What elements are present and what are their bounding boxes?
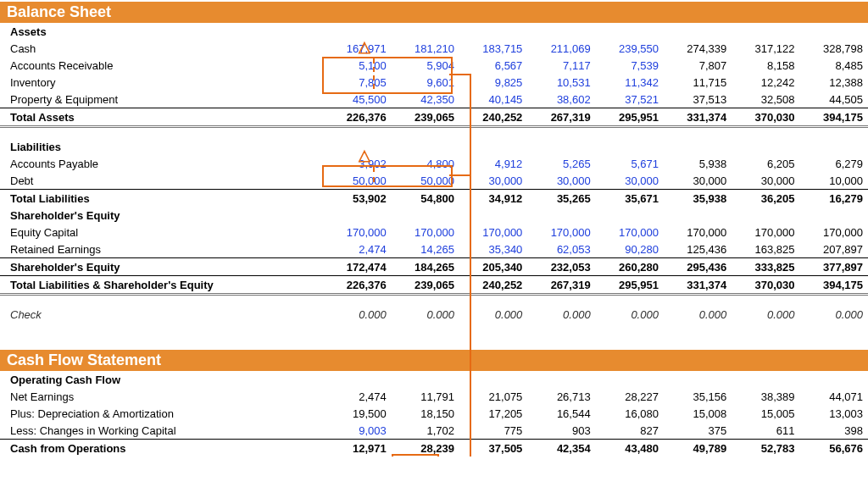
- cell: 28,239: [392, 440, 459, 457]
- cell: 163,825: [732, 241, 799, 258]
- cell: 11,715: [664, 74, 732, 91]
- cell: 370,030: [732, 108, 799, 127]
- cell: 9,601: [392, 74, 459, 91]
- cell: 6,205: [732, 155, 799, 172]
- cell: 331,374: [664, 276, 732, 295]
- cell: 10,000: [800, 172, 868, 190]
- cell: 12,242: [732, 74, 799, 91]
- row-label: Cash: [0, 40, 221, 57]
- row-label: Accounts Payable: [0, 155, 221, 172]
- cell: 35,938: [664, 190, 732, 208]
- cell: 37,521: [596, 91, 664, 108]
- cell: 328,798: [800, 40, 868, 57]
- cell: 333,825: [732, 258, 799, 276]
- cell: 9,825: [459, 74, 527, 91]
- cell: 239,550: [596, 40, 664, 57]
- total-assets-row: Total Assets 226,376 239,065 240,252 267…: [0, 108, 868, 127]
- cell: 35,671: [596, 190, 664, 208]
- table-row: Accounts Payable 3,902 4,800 4,912 5,265…: [0, 155, 868, 172]
- cell: 18,150: [392, 405, 459, 422]
- row-label: Net Earnings: [0, 388, 221, 405]
- cell: 90,280: [596, 241, 664, 258]
- cell: 11,342: [596, 74, 664, 91]
- cell: 0.000: [459, 306, 527, 323]
- cell: 35,340: [459, 241, 527, 258]
- cell: 11,791: [392, 388, 459, 405]
- cell: 30,000: [459, 172, 527, 190]
- cell: 34,912: [459, 190, 527, 208]
- row-label: Total Liabilities: [0, 190, 221, 208]
- cell: 35,156: [664, 388, 732, 405]
- cell: 36,205: [732, 190, 799, 208]
- cell: 0.000: [664, 306, 732, 323]
- cell: 375: [664, 422, 732, 440]
- balance-sheet-header: Balance Sheet: [0, 2, 868, 23]
- cash-flow-header: Cash Flow Statement: [0, 350, 868, 371]
- cell: 40,145: [459, 91, 527, 108]
- row-label: Equity Capital: [0, 224, 221, 241]
- cell: 52,783: [732, 440, 799, 457]
- cell: 50,000: [323, 172, 391, 190]
- cell: 42,350: [392, 91, 459, 108]
- cell: 8,485: [800, 57, 868, 74]
- row-label: Debt: [0, 172, 221, 190]
- cell: 170,000: [800, 224, 868, 241]
- total-liabilities-row: Total Liabilities 53,902 54,800 34,912 3…: [0, 190, 868, 208]
- row-label: Total Liabilities & Shareholder's Equity: [0, 276, 221, 295]
- cell: 239,065: [392, 276, 459, 295]
- cell: 21,075: [459, 388, 527, 405]
- cell: 5,938: [664, 155, 732, 172]
- cell: 0.000: [527, 306, 595, 323]
- cell: 295,951: [596, 108, 664, 127]
- cell: 13,003: [800, 405, 868, 422]
- cell: 16,080: [596, 405, 664, 422]
- cell: 239,065: [392, 108, 459, 127]
- table-row: Equity Capital 170,000 170,000 170,000 1…: [0, 224, 868, 241]
- cell: 50,000: [392, 172, 459, 190]
- cell: 9,003: [323, 422, 391, 440]
- cell: 2,474: [323, 388, 391, 405]
- cell: 903: [527, 422, 595, 440]
- cell: 394,175: [800, 108, 868, 127]
- cell: 16,544: [527, 405, 595, 422]
- cell: 6,567: [459, 57, 527, 74]
- cell: 827: [596, 422, 664, 440]
- row-label: Inventory: [0, 74, 221, 91]
- cell: 226,376: [323, 276, 391, 295]
- cell: 7,807: [664, 57, 732, 74]
- cash-from-operations-row: Cash from Operations 12,971 28,239 37,50…: [0, 440, 868, 457]
- cell: 260,280: [596, 258, 664, 276]
- table-row: Net Earnings 2,474 11,791 21,075 26,713 …: [0, 388, 868, 405]
- cell: 295,951: [596, 276, 664, 295]
- cell: 183,715: [459, 40, 527, 57]
- cell: 28,227: [596, 388, 664, 405]
- cell: 170,000: [323, 224, 391, 241]
- cell: 370,030: [732, 276, 799, 295]
- cell: 30,000: [596, 172, 664, 190]
- cell: 38,602: [527, 91, 595, 108]
- cell: 398: [800, 422, 868, 440]
- cell: 37,513: [664, 91, 732, 108]
- cell: 377,897: [800, 258, 868, 276]
- cell: 0.000: [800, 306, 868, 323]
- cell: 394,175: [800, 276, 868, 295]
- cell: 49,789: [664, 440, 732, 457]
- cell: 19,500: [323, 405, 391, 422]
- cell: 170,000: [459, 224, 527, 241]
- cell: 611: [732, 422, 799, 440]
- cell: 172,474: [323, 258, 391, 276]
- cell: 12,971: [323, 440, 391, 457]
- cell: 7,805: [323, 74, 391, 91]
- cell: 3,902: [323, 155, 391, 172]
- cell: 4,800: [392, 155, 459, 172]
- cell: 15,008: [664, 405, 732, 422]
- row-label: Shareholder's Equity: [0, 258, 221, 276]
- cash-flow-table: Operating Cash Flow Net Earnings 2,474 1…: [0, 371, 868, 457]
- cell: 12,388: [800, 74, 868, 91]
- cell: 0.000: [596, 306, 664, 323]
- shareholders-equity-header: Shareholder's Equity: [0, 207, 868, 224]
- cell: 4,912: [459, 155, 527, 172]
- cell: 26,713: [527, 388, 595, 405]
- row-label: Plus: Depreciation & Amortization: [0, 405, 221, 422]
- cell: 184,265: [392, 258, 459, 276]
